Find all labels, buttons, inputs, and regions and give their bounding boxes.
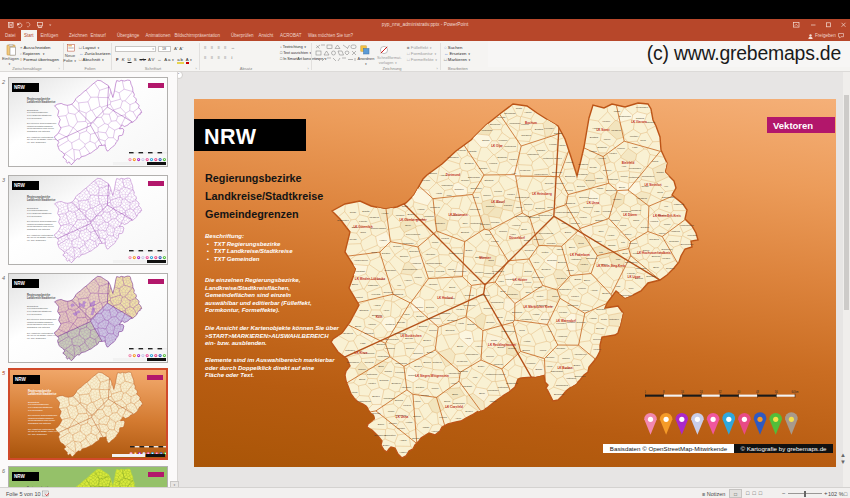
svg-text:Telgte: Telgte (402, 205, 409, 208)
svg-text:Werne: Werne (432, 387, 440, 390)
svg-text:Hamm: Hamm (417, 208, 424, 211)
svg-text:Salzkotten: Salzkotten (470, 187, 482, 190)
svg-text:Lünen: Lünen (604, 138, 611, 141)
svg-text:Hilden: Hilden (608, 234, 615, 237)
svg-text:Rheda: Rheda (566, 269, 574, 272)
svg-text:Linnich: Linnich (494, 190, 502, 193)
svg-text:Hagen: Hagen (399, 451, 407, 454)
svg-text:Kreuztal: Kreuztal (688, 234, 697, 237)
svg-text:Bergheim: Bergheim (554, 393, 564, 396)
svg-text:Herford: Herford (489, 162, 498, 165)
svg-text:Dülmen: Dülmen (524, 203, 533, 206)
svg-text:Unna: Unna (657, 191, 663, 194)
svg-text:Werne: Werne (595, 240, 603, 243)
svg-text:Bonn: Bonn (405, 224, 411, 227)
svg-text:Rheine: Rheine (358, 368, 366, 371)
svg-text:Detmold: Detmold (577, 321, 587, 324)
svg-text:Kevelaer: Kevelaer (544, 127, 554, 130)
svg-text:Kamen: Kamen (509, 158, 517, 161)
svg-text:Stemwede: Stemwede (504, 112, 516, 115)
svg-text:Bonn: Bonn (653, 266, 659, 269)
svg-text:Gütersloh: Gütersloh (498, 386, 509, 389)
svg-text:Goch: Goch (371, 251, 377, 254)
svg-text:Attendorn: Attendorn (425, 253, 436, 256)
svg-text:Beckum: Beckum (558, 261, 567, 264)
svg-text:Greven: Greven (429, 329, 438, 332)
svg-text:Winterberg: Winterberg (395, 362, 407, 365)
svg-text:Neuss: Neuss (350, 238, 358, 241)
svg-text:Paderborn: Paderborn (441, 184, 453, 187)
svg-text:Marsberg: Marsberg (565, 202, 576, 205)
svg-text:Stemwede: Stemwede (532, 276, 544, 279)
svg-text:Ahaus: Ahaus (400, 439, 408, 442)
svg-text:Kerpen: Kerpen (617, 147, 625, 150)
svg-text:Bestwig: Bestwig (535, 128, 544, 131)
svg-text:LK Märkischer Kreis: LK Märkischer Kreis (523, 305, 552, 309)
svg-text:Lünen: Lünen (448, 268, 455, 271)
svg-text:Rietberg: Rietberg (385, 323, 395, 326)
svg-text:Hückelhoven: Hückelhoven (354, 259, 368, 262)
svg-text:Brilon: Brilon (355, 325, 362, 328)
svg-text:Bottrop: Bottrop (595, 219, 603, 222)
svg-text:Paderborn: Paderborn (527, 153, 539, 156)
svg-text:Mettmann: Mettmann (629, 176, 640, 179)
svg-text:Hückelhoven: Hückelhoven (555, 211, 569, 214)
svg-text:Rheine: Rheine (562, 357, 570, 360)
svg-text:Ahaus: Ahaus (403, 313, 411, 316)
svg-text:Balve: Balve (352, 283, 359, 286)
svg-text:LK Paderborn: LK Paderborn (570, 253, 590, 257)
svg-text:Moers: Moers (652, 160, 659, 163)
svg-text:Dülmen: Dülmen (541, 318, 550, 321)
svg-text:Nieheim: Nieheim (525, 249, 534, 252)
svg-text:Ratingen: Ratingen (435, 222, 445, 225)
svg-text:LK Coesfeld: LK Coesfeld (445, 405, 463, 409)
svg-text:Blomberg: Blomberg (606, 189, 617, 192)
svg-text:Gummersbach: Gummersbach (370, 227, 386, 230)
svg-text:Bonn: Bonn (479, 392, 485, 395)
svg-text:Detmold: Detmold (586, 179, 596, 182)
svg-text:LK Borken: LK Borken (557, 366, 572, 370)
svg-text:LK Euskirchen: LK Euskirchen (400, 334, 421, 338)
svg-text:Erkelenz: Erkelenz (583, 206, 593, 209)
svg-text:Brakel: Brakel (574, 364, 581, 367)
svg-text:Brilon: Brilon (619, 186, 626, 189)
svg-text:Dorsten: Dorsten (641, 226, 650, 229)
svg-text:Rees: Rees (519, 329, 525, 332)
svg-text:Brühl: Brühl (378, 365, 384, 368)
svg-text:Netphen: Netphen (533, 238, 543, 241)
svg-text:Olpe: Olpe (598, 230, 604, 233)
svg-text:Lünen: Lünen (659, 232, 666, 235)
svg-text:Wassenberg: Wassenberg (501, 330, 515, 333)
svg-text:Vlotho: Vlotho (533, 313, 540, 316)
svg-text:Hürth: Hürth (465, 337, 472, 340)
svg-text:Olpe: Olpe (525, 291, 531, 294)
svg-text:Attendorn: Attendorn (555, 347, 566, 350)
svg-text:Steinfurt: Steinfurt (589, 197, 598, 200)
svg-text:Attendorn: Attendorn (401, 386, 412, 389)
svg-text:Winterberg: Winterberg (504, 145, 516, 148)
svg-text:Werther: Werther (630, 135, 639, 138)
svg-text:Sundern: Sundern (464, 162, 474, 165)
svg-text:Rees: Rees (578, 242, 584, 245)
svg-text:Emsdetten: Emsdetten (337, 219, 349, 222)
svg-text:Heinsberg: Heinsberg (577, 173, 589, 176)
svg-text:LK Minden-Lübbecke: LK Minden-Lübbecke (355, 277, 386, 281)
svg-text:LK Steinfurt: LK Steinfurt (644, 183, 661, 187)
svg-text:Kierspe: Kierspe (422, 179, 431, 182)
svg-text:LK Rhein-Erft-Kreis: LK Rhein-Erft-Kreis (653, 214, 681, 218)
svg-text:16: 16 (681, 390, 684, 394)
svg-text:Kalletal: Kalletal (458, 149, 466, 152)
svg-text:Espelkamp: Espelkamp (662, 196, 674, 199)
svg-text:Lage: Lage (594, 210, 600, 213)
svg-text:Olsberg: Olsberg (554, 132, 563, 135)
svg-text:Emsdetten: Emsdetten (506, 382, 518, 385)
svg-text:Gronau: Gronau (508, 347, 517, 350)
svg-text:Brühl: Brühl (452, 393, 458, 396)
svg-text:Bocholt: Bocholt (461, 231, 469, 234)
svg-text:Mettmann: Mettmann (543, 157, 554, 160)
svg-text:Solingen: Solingen (596, 308, 606, 311)
svg-text:Wassenberg: Wassenberg (357, 400, 371, 403)
svg-text:Troisdorf: Troisdorf (385, 347, 395, 350)
svg-text:Siegen: Siegen (554, 157, 562, 160)
svg-text:Olsberg: Olsberg (486, 205, 495, 208)
